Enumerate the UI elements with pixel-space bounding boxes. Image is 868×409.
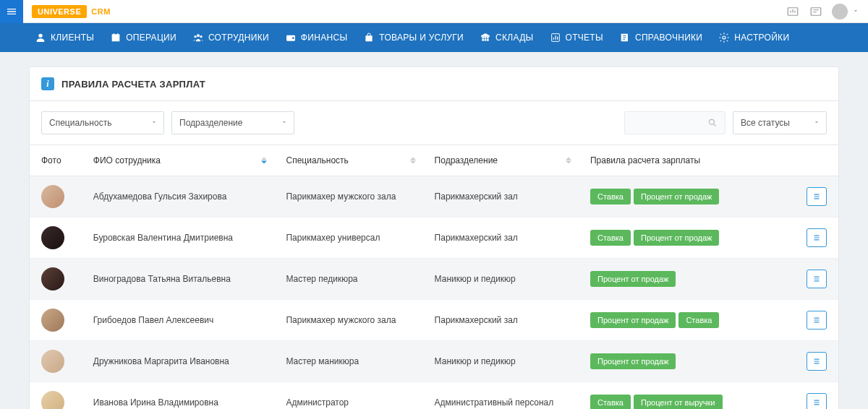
list-icon	[812, 233, 822, 243]
svg-rect-11	[485, 37, 487, 39]
list-icon	[812, 315, 822, 325]
logo-sub: CRM	[91, 7, 111, 16]
topbar-action-1-icon[interactable]	[783, 1, 803, 22]
search-input[interactable]	[624, 111, 726, 134]
status-filter[interactable]: Все статусы	[733, 111, 827, 134]
employee-name: Иванова Ирина Владимировна	[82, 382, 275, 410]
employee-rules: Процент от продаж	[579, 341, 793, 382]
nav-label: НАСТРОЙКИ	[734, 33, 789, 43]
filters-row: Специальность Подразделение Все статусы	[30, 101, 838, 145]
col-department[interactable]: Подразделение	[423, 145, 579, 176]
employee-specialty: Мастер маникюра	[274, 341, 422, 382]
nav-label: СПРАВОЧНИКИ	[635, 33, 702, 43]
svg-rect-14	[485, 39, 487, 41]
svg-rect-10	[482, 37, 484, 39]
department-filter[interactable]: Подразделение	[171, 111, 294, 134]
page-title: ПРАВИЛА РАСЧЕТА ЗАРПЛАТ	[61, 79, 205, 90]
info-icon: i	[41, 77, 54, 90]
svg-rect-13	[482, 39, 484, 41]
table-row: Виноградова Татьяна ВитальевнаМастер пед…	[30, 259, 838, 300]
table-row: Абдухамедова Гульсия ЗахироваПарикмахер …	[30, 176, 838, 218]
user-avatar[interactable]	[832, 4, 848, 20]
rule-badge: Ставка	[678, 312, 719, 328]
nav-settings[interactable]: НАСТРОЙКИ	[718, 32, 789, 43]
employee-avatar	[41, 226, 64, 249]
menu-toggle-button[interactable]	[0, 0, 23, 23]
user-menu-caret-icon[interactable]	[852, 6, 859, 17]
topbar-action-2-icon[interactable]	[806, 1, 826, 22]
row-details-button[interactable]	[807, 187, 827, 206]
svg-point-5	[194, 35, 196, 38]
rule-badge: Ставка	[590, 189, 631, 204]
rule-badge: Процент от продаж	[634, 189, 719, 204]
employee-rules: СтавкаПроцент от выручки	[579, 382, 793, 410]
list-icon	[812, 191, 822, 202]
employee-avatar	[41, 350, 64, 373]
svg-rect-12	[487, 37, 489, 39]
svg-rect-1	[811, 7, 821, 15]
nav-reports[interactable]: ОТЧЕТЫ	[550, 32, 603, 43]
list-icon	[812, 274, 822, 284]
svg-rect-15	[487, 39, 489, 41]
nav-directories[interactable]: СПРАВОЧНИКИ	[619, 32, 702, 43]
row-details-button[interactable]	[807, 393, 827, 409]
nav-label: СКЛАДЫ	[495, 33, 533, 43]
main-nav: КЛИЕНТЫ ОПЕРАЦИИ СОТРУДНИКИ ФИНАНСЫ ТОВА…	[0, 23, 868, 52]
svg-rect-3	[112, 34, 120, 41]
nav-finance[interactable]: ФИНАНСЫ	[285, 32, 347, 43]
nav-operations[interactable]: ОПЕРАЦИИ	[110, 32, 176, 43]
employee-rules: СтавкаПроцент от продаж	[579, 176, 793, 218]
table-row: Грибоедов Павел АлексеевичПарикмахер муж…	[30, 300, 838, 341]
col-name[interactable]: ФИО сотрудника	[82, 145, 275, 176]
nav-warehouse[interactable]: СКЛАДЫ	[480, 32, 533, 43]
topbar: UNIVERSE CRM	[0, 0, 868, 23]
employee-avatar	[41, 309, 64, 332]
employee-rules: Процент от продажСтавка	[579, 300, 793, 341]
table-row: Дружникова Маргарита ИвановнаМастер мани…	[30, 341, 838, 382]
employees-table: Фото ФИО сотрудника Специальность Подраз…	[30, 145, 838, 409]
employee-avatar	[41, 267, 64, 290]
employee-avatar	[41, 391, 64, 409]
nav-label: ОПЕРАЦИИ	[126, 33, 176, 43]
col-name-label: ФИО сотрудника	[93, 155, 161, 165]
status-filter-label: Все статусы	[741, 118, 790, 128]
col-rules: Правила расчета зарплаты	[579, 145, 793, 176]
list-icon	[812, 356, 822, 366]
employee-department: Парикмахерский зал	[423, 176, 579, 218]
employee-rules: СтавкаПроцент от продаж	[579, 218, 793, 259]
employee-specialty: Парикмахер мужского зала	[274, 176, 422, 218]
row-details-button[interactable]	[807, 311, 827, 330]
nav-employees[interactable]: СОТРУДНИКИ	[192, 32, 269, 43]
nav-goods[interactable]: ТОВАРЫ И УСЛУГИ	[363, 32, 464, 43]
employee-department: Административный персонал	[423, 382, 579, 410]
department-filter-label: Подразделение	[179, 118, 242, 128]
chevron-down-icon	[150, 118, 158, 128]
row-details-button[interactable]	[807, 352, 827, 371]
search-icon	[707, 118, 718, 128]
employee-name: Виноградова Татьяна Витальевна	[82, 259, 275, 300]
employee-name: Буровская Валентина Дмитриевна	[82, 218, 275, 259]
employee-name: Дружникова Маргарита Ивановна	[82, 341, 275, 382]
salary-rules-panel: i ПРАВИЛА РАСЧЕТА ЗАРПЛАТ Специальность …	[29, 66, 839, 409]
employee-department: Парикмахерский зал	[423, 300, 579, 341]
rule-badge: Процент от продаж	[590, 312, 676, 328]
specialty-filter-label: Специальность	[49, 118, 111, 128]
rule-badge: Процент от продаж	[634, 230, 719, 246]
svg-point-4	[197, 34, 200, 37]
employee-specialty: Мастер педикюра	[274, 259, 422, 300]
panel-header: i ПРАВИЛА РАСЧЕТА ЗАРПЛАТ	[30, 67, 838, 101]
rule-badge: Ставка	[590, 395, 631, 409]
row-details-button[interactable]	[807, 270, 827, 288]
sort-indicator-icon	[261, 158, 267, 164]
svg-point-8	[292, 37, 294, 39]
svg-point-2	[38, 34, 42, 38]
nav-label: ТОВАРЫ И УСЛУГИ	[379, 33, 464, 43]
employee-rules: Процент от продаж	[579, 259, 793, 300]
table-row: Иванова Ирина ВладимировнаАдминистраторА…	[30, 382, 838, 410]
nav-clients[interactable]: КЛИЕНТЫ	[35, 32, 94, 43]
svg-point-6	[200, 35, 202, 38]
row-details-button[interactable]	[807, 228, 827, 247]
employee-department: Маникюр и педикюр	[423, 341, 579, 382]
col-specialty[interactable]: Специальность	[274, 145, 422, 176]
specialty-filter[interactable]: Специальность	[41, 111, 164, 134]
